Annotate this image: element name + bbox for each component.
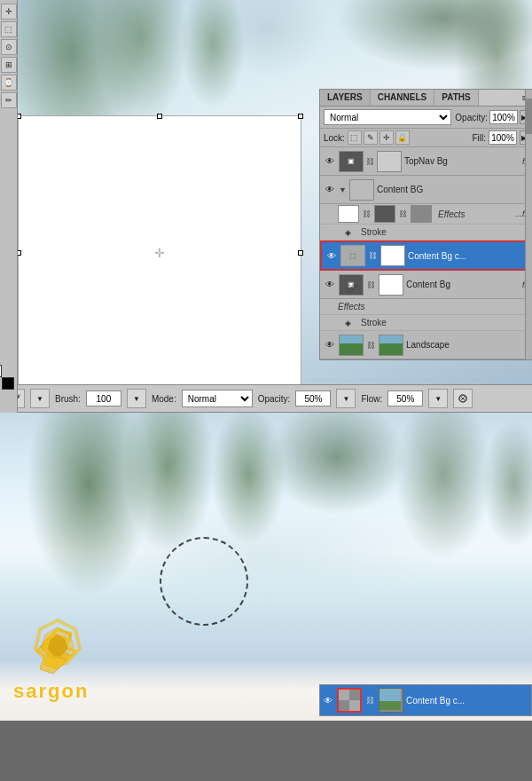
stroke-label-1: Stroke xyxy=(354,227,387,237)
select-tool-btn[interactable]: ⬚ xyxy=(1,21,17,37)
brush-size-arrow[interactable]: ▼ xyxy=(127,389,146,408)
selection-handle-tr xyxy=(298,114,303,119)
lock-transparent-btn[interactable]: ⬚ xyxy=(348,130,362,145)
svg-rect-4 xyxy=(339,690,349,700)
flow-label: Flow: xyxy=(361,394,382,404)
sargon-text: sargon xyxy=(13,680,102,703)
chain-icon-effects1: ⛓ xyxy=(363,209,371,218)
effects-row-2: Effects xyxy=(320,299,532,315)
layer-content-bg-group[interactable]: 👁 ▼ Content BG xyxy=(320,176,532,204)
selection-handle-tm xyxy=(157,114,162,119)
tab-layers[interactable]: LAYERS xyxy=(320,90,371,106)
opacity-input[interactable] xyxy=(489,110,518,124)
mode-select[interactable]: Normal xyxy=(182,390,253,407)
layers-tabs: LAYERS CHANNELS PATHS ≡ xyxy=(320,90,532,106)
layer-content-bg-c[interactable]: 👁 ⬚ ⛓ Content Bg c... xyxy=(320,241,532,271)
chain-icon-content-bg-c: ⛓ xyxy=(369,251,377,260)
layers-scrollbar[interactable] xyxy=(525,90,532,359)
mode-label: Mode: xyxy=(152,394,176,404)
opacity-arrow-toolbar[interactable]: ▼ xyxy=(336,389,356,408)
crosshair-icon: ✛ xyxy=(154,246,165,260)
chain-icon-bottom: ⛓ xyxy=(364,696,376,705)
top-canvas-area: ✛ LAYERS CHANNELS PATHS ≡ Normal Opacity… xyxy=(0,0,532,413)
layer-name-content-bg: Content BG xyxy=(377,185,528,194)
brush-circle-indicator xyxy=(160,537,248,626)
foreground-color-swatch[interactable] xyxy=(2,377,14,390)
group-arrow-content-bg[interactable]: ▼ xyxy=(339,185,347,194)
opacity-input-toolbar[interactable] xyxy=(295,390,331,406)
cursor-hand-icon: ☞ xyxy=(346,280,358,296)
scroll-thumb[interactable] xyxy=(526,99,532,134)
blend-mode-select[interactable]: Normal xyxy=(324,109,451,125)
layer-eye-topnav[interactable]: 👁 xyxy=(324,155,336,168)
layer-mask-content-bg-2 xyxy=(379,274,403,296)
layer-name-topnav: TopNav Bg xyxy=(404,156,520,166)
layer-eye-landscape[interactable]: 👁 xyxy=(324,339,336,351)
crop-tool-btn[interactable]: ⊞ xyxy=(1,57,17,73)
layer-mask-content-bg-c xyxy=(380,245,405,266)
stroke-label-2: Stroke xyxy=(354,318,387,327)
airbrush-btn[interactable] xyxy=(453,389,473,408)
layers-blend-controls: Normal Opacity: ▶ xyxy=(320,106,532,129)
brush-paint-btn[interactable]: ✏ xyxy=(1,92,17,108)
opacity-label: Opacity: xyxy=(455,113,488,122)
layer-mask-landscape xyxy=(379,335,403,356)
stroke-row-1: ◈ Stroke xyxy=(320,225,532,241)
lock-fill-row: Lock: ⬚ ✎ ✛ 🔒 Fill: ▶ xyxy=(320,129,532,147)
layer-thumb-content-bg-c: ⬚ xyxy=(340,245,365,266)
bottom-layer-eye[interactable]: 👁 xyxy=(322,694,334,706)
layer-mask-topnav xyxy=(377,151,402,172)
chain-icon-landscape: ⛓ xyxy=(367,341,375,350)
layer-name-landscape: Landscape xyxy=(406,340,528,350)
lock-all-btn[interactable]: 🔒 xyxy=(395,130,410,145)
layer-landscape[interactable]: 👁 ⛓ Landscape xyxy=(320,331,532,359)
layer-eye-content-bg-c[interactable]: 👁 xyxy=(325,249,338,262)
flow-input[interactable] xyxy=(387,390,423,406)
lasso-tool-btn[interactable]: ⊙ xyxy=(1,39,17,55)
background-color-swatch[interactable] xyxy=(0,365,2,377)
stroke-row-2: ◈ Stroke xyxy=(320,315,532,331)
lock-pixels-btn[interactable]: ✎ xyxy=(364,130,378,145)
lock-label: Lock: xyxy=(324,133,345,143)
layer-thumb-content-bg xyxy=(349,179,374,201)
bottom-layer-thumb-checkerboard xyxy=(337,688,362,713)
opacity-control: Opacity: ▶ xyxy=(455,110,528,124)
layer-name-content-bg-c: Content Bg c... xyxy=(408,251,527,261)
layer-eye-content-bg-2[interactable]: 👁 xyxy=(324,279,336,291)
effects-row-1: ⛓ ⛓ Effects ...fx xyxy=(320,204,532,225)
effects-label-2: Effects xyxy=(338,302,365,312)
effects-label-1: Effects xyxy=(438,209,466,219)
layer-thumb-topnav: ▣ xyxy=(339,151,364,172)
chain-icon-topnav: ⛓ xyxy=(366,157,374,166)
toolbar-strip: ▼ Brush: ▼ Mode: Normal Opacity: ▼ Flow:… xyxy=(0,384,532,413)
fill-label: Fill: xyxy=(472,133,486,143)
layers-panel: LAYERS CHANNELS PATHS ≡ Normal Opacity: … xyxy=(319,89,532,360)
sargon-icon-svg xyxy=(13,611,102,682)
eyedropper-tool-btn[interactable]: ⌚ xyxy=(1,75,17,91)
selection-handle-mr xyxy=(298,250,303,256)
brush-label: Brush: xyxy=(55,394,81,404)
brush-size-input[interactable] xyxy=(86,390,121,406)
lock-position-btn[interactable]: ✛ xyxy=(379,130,394,145)
layer-topnav-bg[interactable]: 👁 ▣ ⛓ TopNav Bg fx xyxy=(320,147,532,176)
flow-arrow[interactable]: ▼ xyxy=(428,389,448,408)
bottom-layers-strip: 👁 ⛓ Content Bg c... xyxy=(319,684,532,716)
lock-icons: ⬚ ✎ ✛ 🔒 xyxy=(348,130,470,145)
layer-eye-content-bg[interactable]: 👁 xyxy=(324,184,336,196)
left-toolbox: ✛ ⬚ ⊙ ⊞ ⌚ ✏ xyxy=(0,0,18,413)
chain-icon-effects1b: ⛓ xyxy=(399,209,407,218)
fill-input[interactable] xyxy=(489,130,517,145)
layer-name-content-bg-2: Content Bg xyxy=(406,280,520,289)
bottom-layer-name: Content Bg c... xyxy=(406,696,529,706)
move-tool-btn[interactable]: ✛ xyxy=(1,4,17,20)
svg-rect-7 xyxy=(349,700,360,711)
bottom-canvas-area: sargon 👁 ⛓ Content Bg c... xyxy=(0,413,532,721)
sargon-logo: sargon xyxy=(13,611,102,703)
brush-arrow-btn[interactable]: ▼ xyxy=(30,389,50,408)
stroke-bullet-2: ◈ xyxy=(345,319,351,327)
tab-channels[interactable]: CHANNELS xyxy=(371,90,435,106)
effect-thumb-1a xyxy=(338,205,359,223)
layer-thumb-landscape xyxy=(339,335,364,356)
tab-paths[interactable]: PATHS xyxy=(434,90,478,106)
stroke-bullet-1: ◈ xyxy=(345,228,351,237)
